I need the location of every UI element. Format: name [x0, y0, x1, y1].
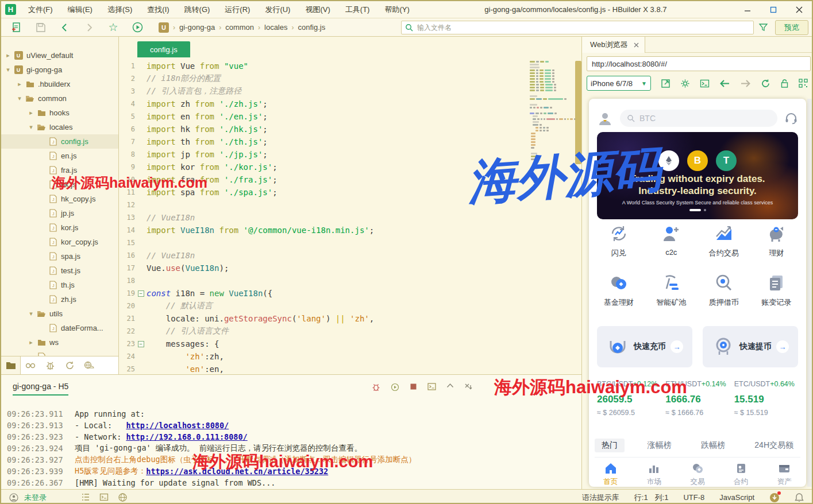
line-number[interactable]: 10 [119, 176, 135, 184]
app-search-bar[interactable]: BTC [620, 110, 777, 127]
login-status[interactable]: 未登录 [24, 493, 47, 503]
browser-forward-icon[interactable] [740, 79, 751, 88]
console-tab[interactable]: gi-gong-ga - H5 [13, 382, 68, 396]
minimap[interactable] [530, 61, 576, 161]
carousel-dots[interactable] [597, 209, 798, 211]
fold-marker-icon[interactable]: − [135, 290, 147, 297]
code-line-25[interactable]: 25 'en':en, [119, 363, 581, 374]
menu-item-8[interactable]: 工具(T) [338, 1, 377, 18]
debug-bug-icon[interactable] [372, 383, 380, 391]
tree-collapsed-arrow-icon[interactable]: ▸ [16, 80, 23, 88]
ticker-ETC-USDT[interactable]: ETC/USDT+0.64%15.519≈ $ 15.519 [732, 377, 800, 420]
breadcrumb-item-locales[interactable]: locales [264, 23, 287, 32]
code-line-15[interactable]: 15 [119, 237, 581, 249]
close-button[interactable] [786, 2, 812, 18]
feature-records[interactable]: 账变记录 [750, 273, 803, 308]
feature-piggy[interactable]: 理财 [750, 224, 803, 258]
tree-item-ws[interactable]: ▸ws [1, 335, 118, 350]
market-tab-3[interactable]: 24H交易额 [748, 439, 800, 452]
code-line-11[interactable]: 11import spa from './spa.js'; [119, 186, 581, 199]
code-line-9[interactable]: 9import kor from './kor.js'; [119, 161, 581, 173]
line-number[interactable]: 16 [119, 251, 135, 259]
tree-item-th.js[interactable]: Jth.js [1, 278, 118, 292]
quick-withdraw-card[interactable]: 快速提币→ [703, 326, 798, 367]
code-line-19[interactable]: 19−const i18n = new VueI18n({ [119, 287, 581, 300]
tree-item-config.js[interactable]: Jconfig.js [1, 134, 118, 149]
tree-item-clipped[interactable]: J [1, 350, 118, 356]
feature-swap[interactable]: 闪兑 [592, 224, 645, 258]
nav-contract[interactable]: 合约 [719, 458, 763, 487]
nav-trade[interactable]: 交易 [676, 458, 719, 487]
code-line-8[interactable]: 8import jp from './jp.js'; [119, 148, 581, 161]
restart-icon[interactable] [391, 383, 399, 391]
code-line-23[interactable]: 23− messages: { [119, 338, 581, 350]
line-number[interactable]: 14 [119, 226, 135, 234]
line-number[interactable]: 1 [119, 62, 135, 70]
menu-item-0[interactable]: 文件(F) [21, 1, 60, 18]
code-line-10[interactable]: 10import fra from './fra.js'; [119, 173, 581, 186]
code-line-14[interactable]: 14import VueI18n from '@/common/vue-i18n… [119, 224, 581, 237]
tree-item-kor.js[interactable]: Jkor.js [1, 220, 118, 235]
qrcode-icon[interactable] [799, 79, 808, 88]
sidebar-tab-sync[interactable] [60, 356, 79, 374]
editor-scrollbar[interactable] [575, 61, 581, 164]
tree-expanded-arrow-icon[interactable]: ▾ [28, 310, 34, 317]
code-line-22[interactable]: 22 // 引入语言文件 [119, 325, 581, 338]
line-number[interactable]: 13 [119, 214, 135, 222]
menu-item-1[interactable]: 编辑(E) [60, 1, 100, 18]
menu-item-4[interactable]: 跳转(G) [177, 1, 218, 18]
tree-item-gi-gong-ga[interactable]: ▾Ugi-gong-ga [1, 63, 118, 77]
editor-tab-config-js[interactable]: config.js [137, 41, 190, 57]
terminal-icon[interactable] [700, 79, 710, 88]
menu-item-9[interactable]: 帮助(Y) [377, 1, 417, 18]
tree-item-hooks[interactable]: ▸hooks [1, 106, 118, 120]
code-line-3[interactable]: 3// 引入语言包，注意路径 [119, 85, 581, 98]
code-area[interactable]: 1import Vue from "vue"2// i18n部分的配置3// 引… [119, 60, 581, 374]
collapse-icon[interactable] [446, 383, 454, 391]
tree-item-uView_default[interactable]: ▸UuView_default [1, 48, 118, 63]
tree-item-common[interactable]: ▾common [1, 91, 118, 106]
market-tab-0[interactable]: 热门 [595, 439, 625, 452]
nav-market[interactable]: 市场 [633, 458, 676, 487]
log-link[interactable]: http://localhost:8080/ [126, 421, 229, 430]
account-icon[interactable] [9, 493, 18, 502]
tree-item-test.js[interactable]: Jtest.js [1, 263, 118, 278]
tree-expanded-arrow-icon[interactable]: ▾ [16, 95, 23, 102]
sidebar-tab-search[interactable] [21, 356, 40, 374]
tree-item-jp.js[interactable]: Jjp.js [1, 206, 118, 220]
nav-home[interactable]: 首页 [589, 458, 633, 487]
menu-item-5[interactable]: 运行(R) [217, 1, 257, 18]
feature-c2c[interactable]: c2c [645, 224, 698, 258]
code-line-16[interactable]: 16// VueI18n [119, 249, 581, 262]
fold-marker-icon[interactable]: − [135, 341, 147, 347]
tree-collapsed-arrow-icon[interactable]: ▸ [28, 339, 34, 346]
file-search-input[interactable] [417, 24, 753, 32]
code-line-1[interactable]: 1import Vue from "vue" [119, 60, 581, 72]
tree-expanded-arrow-icon[interactable]: ▾ [5, 66, 11, 73]
filter-funnel-icon[interactable] [758, 22, 768, 32]
nav-assets[interactable]: 资产 [762, 458, 806, 487]
tree-expanded-arrow-icon[interactable]: ▾ [28, 123, 34, 131]
new-file-icon[interactable] [8, 21, 25, 34]
network-globe-icon[interactable] [118, 493, 128, 502]
nav-forward-icon[interactable] [80, 21, 98, 34]
console-terminal-icon[interactable] [427, 383, 436, 391]
run-icon[interactable] [129, 21, 146, 34]
device-selector[interactable]: iPhone 6/7/8▼ [587, 76, 651, 91]
line-number[interactable]: 3 [119, 87, 135, 95]
tree-item-dateForma...[interactable]: JdateForma... [1, 321, 118, 335]
code-line-5[interactable]: 5import en from './en.js'; [119, 110, 581, 123]
sidebar-tab-debug[interactable] [40, 356, 60, 374]
promo-banner[interactable]: B T Trading without expiry dates. Indust… [597, 132, 798, 219]
code-line-24[interactable]: 24 'zh':zh, [119, 350, 581, 363]
tree-item-utils[interactable]: ▾utils [1, 307, 118, 321]
menu-item-7[interactable]: 视图(V) [298, 1, 337, 18]
line-number[interactable]: 6 [119, 125, 135, 133]
code-line-21[interactable]: 21 locale: uni.getStorageSync('lang') ||… [119, 312, 581, 325]
line-number[interactable]: 18 [119, 277, 135, 285]
line-number[interactable]: 21 [119, 315, 135, 323]
maximize-button[interactable] [760, 2, 786, 18]
line-number[interactable]: 12 [119, 201, 135, 209]
tree-item-hk.js[interactable]: Jhk.js [1, 177, 118, 192]
tree-item-spa.js[interactable]: Jspa.js [1, 249, 118, 263]
